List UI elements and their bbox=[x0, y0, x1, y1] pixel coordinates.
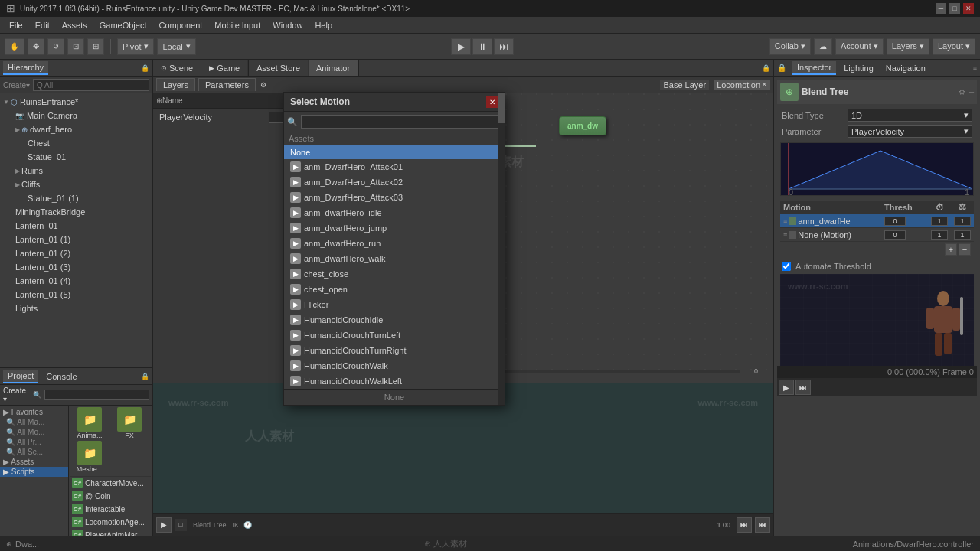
dialog-item-crouchwalk[interactable]: ▶ HumanoidCrouchWalk bbox=[284, 358, 505, 373]
rotate-tool-button[interactable]: ↺ bbox=[47, 38, 64, 55]
collab-dropdown[interactable]: Collab ▾ bbox=[769, 38, 811, 55]
hier-item-lights[interactable]: Lights bbox=[0, 302, 152, 315]
layers-dropdown[interactable]: Layers ▾ bbox=[887, 38, 929, 55]
navigation-tab[interactable]: Navigation bbox=[881, 62, 930, 74]
add-motion-button[interactable]: + bbox=[945, 243, 957, 256]
dialog-item-attack03[interactable]: ▶ anm_DwarfHero_Attack03 bbox=[284, 190, 505, 205]
preview-step-right[interactable]: ⏭ bbox=[795, 380, 811, 395]
account-dropdown[interactable]: Account ▾ bbox=[835, 38, 884, 55]
hier-item-ruins[interactable]: ▶ Ruins bbox=[0, 164, 152, 178]
file-fx[interactable]: 📁 FX bbox=[110, 407, 149, 439]
scale-tool-button[interactable]: ⊡ bbox=[67, 38, 84, 55]
project-tab[interactable]: Project bbox=[3, 370, 38, 383]
script-charactermove[interactable]: C# CharacterMove... bbox=[70, 477, 151, 489]
allma-item[interactable]: 🔍 All Ma... bbox=[0, 417, 68, 427]
dialog-item-chest-close[interactable]: ▶ chest_close bbox=[284, 266, 505, 282]
assets-folder-root[interactable]: ▶ Assets bbox=[0, 457, 68, 467]
motion-1-weight[interactable] bbox=[954, 217, 971, 226]
dialog-item-chest-open[interactable]: ▶ chest_open bbox=[284, 282, 505, 297]
dialog-close-button[interactable]: ✕ bbox=[486, 96, 498, 108]
minimize-button[interactable]: ─ bbox=[936, 3, 946, 14]
timeline-step-right[interactable]: ⏭ bbox=[737, 517, 752, 533]
hier-item-dwarfhero[interactable]: ▶ ⊕ dwarf_hero bbox=[0, 122, 152, 136]
center-lock-icon[interactable]: 🔒 bbox=[759, 64, 773, 72]
dialog-item-crouchidle[interactable]: ▶ HumanoidCrouchIdle bbox=[284, 312, 505, 328]
blend-type-dropdown[interactable]: 1D ▾ bbox=[848, 109, 972, 122]
motion-2-threshold[interactable] bbox=[884, 230, 906, 240]
file-meshe[interactable]: 📁 Meshe... bbox=[70, 441, 109, 473]
dialog-item-flicker[interactable]: ▶ Flicker bbox=[284, 297, 505, 312]
hier-item-lantern01-2[interactable]: Lantern_01 (2) bbox=[0, 246, 152, 260]
motion-2-speed[interactable] bbox=[931, 230, 948, 240]
pivot-dropdown[interactable]: Pivot ▾ bbox=[117, 38, 154, 55]
project-search-input[interactable] bbox=[44, 390, 149, 400]
motion-row-1[interactable]: ≡ anm_dwarfHe bbox=[780, 214, 974, 228]
layout-dropdown[interactable]: Layout ▾ bbox=[933, 38, 975, 55]
cloud-button[interactable]: ☁ bbox=[814, 38, 832, 55]
console-tab[interactable]: Console bbox=[41, 370, 81, 383]
menu-mobile-input[interactable]: Mobile Input bbox=[208, 19, 266, 31]
lighting-tab[interactable]: Lighting bbox=[839, 62, 878, 74]
hier-item-mining[interactable]: MiningTrackBridge bbox=[0, 205, 152, 219]
timeline-play-button[interactable]: ▶ bbox=[156, 517, 172, 533]
hier-item-lantern01-1[interactable]: Lantern_01 (1) bbox=[0, 233, 152, 246]
dialog-scrollbar-track[interactable] bbox=[498, 93, 505, 405]
close-button[interactable]: ✕ bbox=[963, 3, 974, 14]
hier-item-statue01-1[interactable]: Statue_01 (1) bbox=[0, 191, 152, 205]
hier-item-ruinsentrance[interactable]: ▼ ⬡ RuinsEntrance* bbox=[0, 95, 152, 109]
game-tab[interactable]: ▶ Game bbox=[201, 60, 248, 76]
move-tool-button[interactable]: ✥ bbox=[28, 38, 44, 55]
menu-gameobject[interactable]: GameObject bbox=[93, 19, 153, 31]
assetstore-tab[interactable]: Asset Store bbox=[249, 60, 309, 76]
project-lock-icon[interactable]: 🔒 bbox=[141, 373, 149, 380]
hierarchy-create-btn[interactable]: Create▾ bbox=[3, 81, 30, 90]
script-coin[interactable]: C# @ Coin bbox=[70, 490, 151, 502]
dialog-item-none[interactable]: None bbox=[284, 145, 505, 159]
script-playeranim[interactable]: C# PlayerAnimMar... bbox=[70, 529, 151, 536]
layers-tab[interactable]: Layers bbox=[156, 78, 195, 91]
params-settings-icon[interactable]: ⚙ bbox=[260, 81, 266, 89]
allsc-item[interactable]: 🔍 All Sc... bbox=[0, 447, 68, 457]
allpr-item[interactable]: 🔍 All Pr... bbox=[0, 437, 68, 447]
bt-collapse-icon[interactable]: ─ bbox=[969, 88, 974, 96]
automate-threshold-checkbox[interactable] bbox=[782, 262, 791, 271]
hier-item-lantern01-3[interactable]: Lantern_01 (3) bbox=[0, 260, 152, 274]
hier-item-statue01[interactable]: Statue_01 bbox=[0, 150, 152, 164]
hier-item-maincamera[interactable]: 📷 Main Camera bbox=[0, 109, 152, 122]
play-button[interactable]: ▶ bbox=[451, 38, 471, 55]
step-button[interactable]: ⏭ bbox=[494, 38, 514, 55]
remove-motion-button[interactable]: − bbox=[959, 243, 971, 256]
menu-assets[interactable]: Assets bbox=[56, 19, 93, 31]
scene-tab[interactable]: ⊙ Scene bbox=[153, 60, 201, 76]
dialog-item-crouchturnleft[interactable]: ▶ HumanoidCrouchTurnLeft bbox=[284, 328, 505, 343]
hier-item-lantern01[interactable]: Lantern_01 bbox=[0, 219, 152, 233]
timeline-step-left[interactable]: ⏮ bbox=[755, 517, 770, 533]
preview-play-button[interactable]: ▶ bbox=[779, 380, 794, 395]
dialog-item-attack02[interactable]: ▶ anm_DwarfHero_Attack02 bbox=[284, 174, 505, 190]
dialog-item-run[interactable]: ▶ anm_dwarfHero_run bbox=[284, 236, 505, 251]
dialog-item-jump[interactable]: ▶ anm_dwarfHero_jump bbox=[284, 220, 505, 236]
dialog-item-attack01[interactable]: ▶ anm_DwarfHero_Attack01 bbox=[284, 159, 505, 174]
menu-window[interactable]: Window bbox=[266, 19, 309, 31]
motion-row-2[interactable]: ≡ None (Motion) bbox=[780, 228, 974, 242]
local-dropdown[interactable]: Local ▾ bbox=[157, 38, 195, 55]
hier-item-chest[interactable]: Chest bbox=[0, 136, 152, 150]
dialog-item-crouchwalkleft[interactable]: ▶ HumanoidCrouchWalkLeft bbox=[284, 373, 505, 389]
locomotion-tab[interactable]: Locomotion ✕ bbox=[714, 80, 770, 90]
locomotion-close-icon[interactable]: ✕ bbox=[762, 81, 767, 88]
window-controls[interactable]: ─ □ ✕ bbox=[936, 3, 974, 14]
base-layer-tab[interactable]: Base Layer bbox=[660, 80, 709, 90]
allmo-item[interactable]: 🔍 All Mo... bbox=[0, 427, 68, 437]
dialog-item-idle[interactable]: ▶ anm_dwarfHero_idle bbox=[284, 205, 505, 220]
motion-1-threshold[interactable] bbox=[884, 217, 906, 226]
file-anima[interactable]: 📁 Anima... bbox=[70, 407, 109, 439]
menu-component[interactable]: Component bbox=[152, 19, 208, 31]
dialog-scrollbar-thumb[interactable] bbox=[498, 93, 505, 123]
animator-tab[interactable]: Animator bbox=[309, 60, 358, 76]
motion-2-weight[interactable] bbox=[954, 230, 971, 240]
script-interactable[interactable]: C# Interactable bbox=[70, 503, 151, 515]
inspector-tab[interactable]: Inspector bbox=[792, 61, 836, 75]
inspector-lock-icon[interactable]: 🔒 bbox=[777, 64, 786, 72]
motion-1-speed[interactable] bbox=[931, 217, 948, 226]
dialog-search-input[interactable] bbox=[301, 115, 501, 129]
